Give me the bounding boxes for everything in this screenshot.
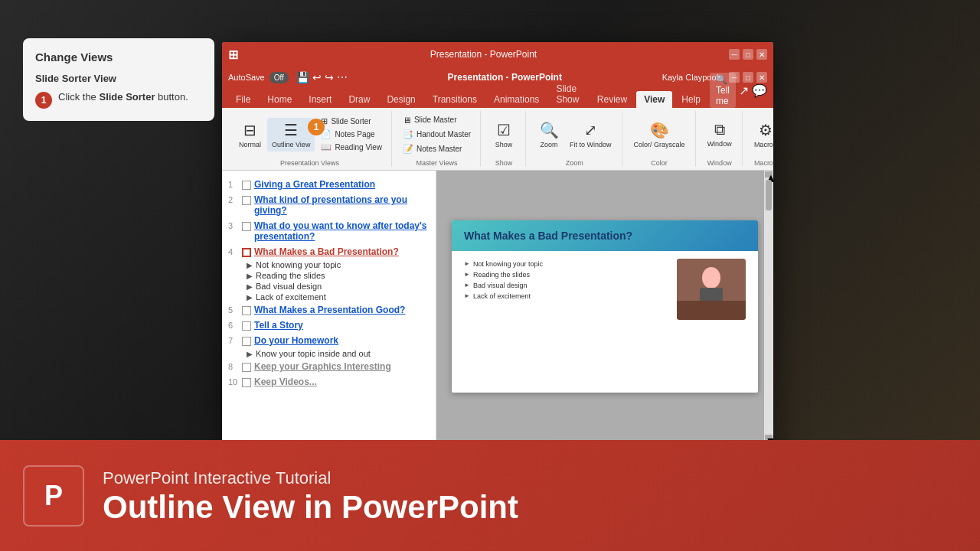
arrow-icon-2: ▶	[247, 272, 253, 280]
outline-checkbox-4[interactable]	[242, 248, 251, 257]
more-button[interactable]: ⋯	[337, 71, 348, 83]
outline-checkbox-5[interactable]	[242, 306, 251, 315]
outline-item-10[interactable]: 10 Keep Videos...	[222, 374, 436, 390]
window-controls: ─ □ ✕	[729, 49, 767, 60]
tab-design[interactable]: Design	[379, 91, 423, 108]
save-button[interactable]: 💾	[296, 71, 309, 83]
outline-item-5[interactable]: 5 What Makes a Presentation Good?	[222, 302, 436, 318]
tutorial-panel: Change Views Slide Sorter View 1 Click t…	[23, 38, 214, 121]
outline-title-8[interactable]: Keep your Graphics Interesting	[254, 361, 391, 372]
undo-button[interactable]: ↩	[312, 71, 322, 83]
powerpoint-window: ⊞ Presentation - PowerPoint ─ □ ✕ AutoSa…	[222, 42, 773, 455]
outline-checkbox-3[interactable]	[242, 222, 251, 231]
outline-title-10[interactable]: Keep Videos...	[254, 377, 317, 387]
autosave-label: AutoSave	[228, 73, 265, 82]
outline-title-6[interactable]: Tell a Story	[254, 320, 303, 331]
tab-animations[interactable]: Animations	[486, 91, 547, 108]
maximize-button[interactable]: □	[743, 49, 753, 60]
slide-master-button[interactable]: 🖥 Slide Master	[400, 114, 474, 126]
outline-item-1[interactable]: 1 Giving a Great Presentation	[222, 177, 436, 192]
window-button[interactable]: ⧉ Window	[704, 119, 736, 150]
slide-sorter-button[interactable]: ⊞ Slide Sorter	[318, 115, 385, 128]
tab-home[interactable]: Home	[260, 91, 299, 108]
ribbon-group-macros: ⚙ Macros Macros	[744, 111, 773, 167]
outline-title-5[interactable]: What Makes a Presentation Good?	[254, 305, 405, 315]
tutorial-step-1: 1 Click the Slide Sorter button.	[35, 90, 202, 109]
outline-item-2[interactable]: 2 What kind of presentations are you giv…	[222, 192, 436, 218]
title-bar: ⊞ Presentation - PowerPoint ─ □ ✕	[222, 42, 773, 67]
minimize-button[interactable]: ─	[729, 49, 740, 60]
outline-panel[interactable]: 1 Giving a Great Presentation 2 What kin…	[222, 171, 436, 442]
pres-views-label: Presentation Views	[280, 158, 339, 167]
slide-bullet-2: ► Reading the slides	[464, 269, 668, 280]
ribbon-group-window: ⧉ Window Window	[697, 111, 743, 167]
outline-checkbox-7[interactable]	[242, 337, 251, 346]
outline-title-1[interactable]: Giving a Great Presentation	[254, 179, 375, 190]
autosave-toggle[interactable]: Off	[270, 72, 289, 83]
outline-checkbox-2[interactable]	[242, 196, 251, 205]
color-grayscale-button[interactable]: 🎨 Color/ Grayscale	[630, 119, 689, 151]
step-text-prefix: Click the	[58, 91, 99, 103]
change-views-title: Change Views	[35, 51, 202, 64]
window-icon: ⧉	[714, 121, 725, 139]
outline-sub-3: ▶ Bad visual design	[222, 281, 436, 292]
outline-item-7[interactable]: 7 Do your Homework	[222, 333, 436, 348]
normal-label: Normal	[239, 141, 261, 148]
normal-icon: ⊟	[243, 121, 256, 139]
bullet-arrow-4: ►	[464, 292, 470, 299]
outline-checkbox-8[interactable]	[242, 363, 251, 372]
fit-to-window-button[interactable]: ⤢ Fit to Window	[566, 119, 616, 151]
search-box[interactable]: 🔍 Tell me	[710, 73, 736, 108]
arrow-icon-3: ▶	[247, 282, 253, 291]
outline-title-4[interactable]: What Makes a Bad Presentation?	[254, 246, 399, 257]
outline-item-6[interactable]: 6 Tell a Story	[222, 318, 436, 333]
macros-button[interactable]: ⚙ Macros	[750, 119, 773, 151]
color-buttons: 🎨 Color/ Grayscale	[630, 111, 689, 158]
tab-transitions[interactable]: Transitions	[425, 91, 485, 108]
svg-point-1	[702, 267, 720, 289]
bullet-arrow-1: ►	[464, 260, 470, 267]
share-icon[interactable]: ↗	[739, 83, 749, 98]
ppt-logo-letter: P	[44, 480, 63, 512]
slide-title: What Makes a Bad Presentation?	[464, 230, 632, 242]
color-label: Color/ Grayscale	[634, 141, 685, 148]
bullet-arrow-2: ►	[464, 271, 470, 278]
tab-slideshow[interactable]: Slide Show	[548, 80, 587, 108]
scroll-thumb[interactable]	[766, 180, 772, 210]
outline-title-3[interactable]: What do you want to know after today's p…	[254, 220, 430, 242]
tab-review[interactable]: Review	[590, 91, 635, 108]
presentation-photo-svg	[677, 259, 746, 320]
tab-help[interactable]: Help	[674, 91, 708, 108]
redo-button[interactable]: ↪	[325, 71, 334, 83]
outline-num-6: 6	[228, 321, 239, 330]
outline-item-3[interactable]: 3 What do you want to know after today's…	[222, 218, 436, 244]
ribbon-group-show: ☑ Show Show	[482, 111, 526, 167]
outline-item-8[interactable]: 8 Keep your Graphics Interesting	[222, 359, 436, 374]
outline-title-2[interactable]: What kind of presentations are you givin…	[254, 194, 430, 216]
ribbon-group-presentation-views: ⊟ Normal ☰ Outline View ⊞ Slide Sorter 📄	[228, 111, 392, 167]
slide-sorter-view-title: Slide Sorter View	[35, 73, 202, 84]
tab-file[interactable]: File	[228, 91, 258, 108]
close-button[interactable]: ✕	[756, 49, 767, 60]
outline-view-button[interactable]: ☰ Outline View	[267, 118, 315, 152]
normal-button[interactable]: ⊟ Normal	[234, 118, 266, 152]
tab-draw[interactable]: Draw	[341, 91, 377, 108]
notes-master-icon: 📝	[403, 144, 413, 154]
outline-title-7[interactable]: Do your Homework	[254, 335, 338, 346]
notes-master-button[interactable]: 📝 Notes Master	[400, 142, 474, 155]
outline-item-4[interactable]: 4 What Makes a Bad Presentation?	[222, 244, 436, 259]
notes-page-button[interactable]: 📄 Notes Page	[318, 128, 385, 141]
scroll-arrow-up[interactable]: ▲	[765, 171, 773, 178]
reading-view-button[interactable]: 📖 Reading View	[318, 141, 385, 154]
comment-icon[interactable]: 💬	[752, 83, 767, 98]
outline-checkbox-6[interactable]	[242, 321, 251, 331]
outline-checkbox-10[interactable]	[242, 378, 251, 387]
macros-buttons: ⚙ Macros	[750, 111, 773, 158]
zoom-button[interactable]: 🔍 Zoom	[534, 119, 564, 151]
tab-view[interactable]: View	[636, 91, 672, 108]
tab-insert[interactable]: Insert	[301, 91, 339, 108]
show-button[interactable]: ☑ Show	[488, 119, 519, 151]
vertical-scrollbar[interactable]: ▲ ▼	[764, 171, 773, 442]
handout-master-button[interactable]: 📑 Handout Master	[400, 128, 474, 141]
outline-checkbox-1[interactable]	[242, 181, 251, 190]
